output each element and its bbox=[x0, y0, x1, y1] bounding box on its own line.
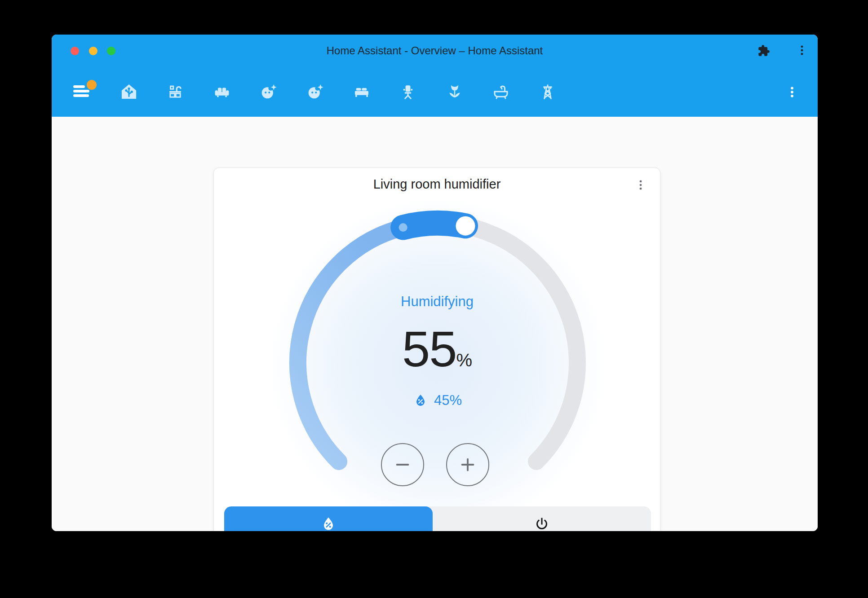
humidify-mode-button[interactable] bbox=[224, 506, 433, 531]
power-icon bbox=[534, 516, 550, 531]
tab-bathroom[interactable] bbox=[478, 67, 524, 117]
power-off-button[interactable] bbox=[433, 506, 651, 531]
notification-badge bbox=[87, 80, 97, 90]
plus-icon bbox=[457, 454, 478, 475]
current-humidity-value: 55% bbox=[325, 324, 549, 374]
humidifier-card: Living room humidifier Humidifying 55% bbox=[213, 167, 660, 531]
tab-bar bbox=[52, 67, 818, 117]
current-humidity-unit: % bbox=[456, 350, 473, 370]
slider-target-dot bbox=[399, 223, 407, 232]
tab-bedroom[interactable] bbox=[338, 67, 385, 117]
home-assistant-logo-icon bbox=[120, 83, 138, 101]
screen: Home Assistant - Overview – Home Assista… bbox=[0, 0, 868, 598]
card-menu-button[interactable] bbox=[630, 173, 651, 197]
tab-office[interactable] bbox=[385, 67, 431, 117]
puzzle-extension-icon[interactable] bbox=[757, 44, 770, 57]
tab-overflow-menu[interactable] bbox=[779, 67, 805, 117]
menu-icon bbox=[73, 85, 91, 99]
gauge-readout: Humidifying 55% 45% bbox=[325, 294, 549, 409]
dots-vertical-icon bbox=[785, 85, 799, 99]
tab-kid-room-1[interactable] bbox=[245, 67, 292, 117]
kitchen-countertop-icon bbox=[166, 83, 185, 101]
water-percent-icon bbox=[319, 515, 337, 531]
bathtub-icon bbox=[492, 83, 510, 101]
sofa-icon bbox=[213, 83, 231, 101]
tab-energy[interactable] bbox=[524, 67, 571, 117]
target-humidity-row: 45% bbox=[325, 392, 549, 409]
sidebar-menu-button[interactable] bbox=[59, 67, 106, 117]
tab-kitchen[interactable] bbox=[152, 67, 199, 117]
browser-menu-dots-icon[interactable] bbox=[796, 44, 808, 57]
tab-home[interactable] bbox=[106, 67, 152, 117]
decrease-humidity-button[interactable] bbox=[381, 443, 424, 486]
tab-garden[interactable] bbox=[431, 67, 478, 117]
tulip-icon bbox=[445, 83, 464, 101]
tab-living-room[interactable] bbox=[199, 67, 245, 117]
state-label: Humidifying bbox=[325, 294, 549, 310]
browser-window: Home Assistant - Overview – Home Assista… bbox=[52, 35, 818, 531]
mode-button-row bbox=[224, 506, 651, 531]
slider-handle[interactable] bbox=[456, 216, 475, 236]
bed-icon bbox=[352, 83, 371, 101]
window-title: Home Assistant - Overview – Home Assista… bbox=[52, 35, 818, 67]
window-titlebar: Home Assistant - Overview – Home Assista… bbox=[52, 35, 818, 67]
dashboard-view: Living room humidifier Humidifying 55% bbox=[52, 117, 818, 531]
increase-humidity-button[interactable] bbox=[446, 443, 489, 486]
tab-kid-room-2[interactable] bbox=[292, 67, 338, 117]
face-shimmer-icon bbox=[306, 83, 324, 101]
card-title: Living room humidifier bbox=[214, 177, 660, 192]
dots-vertical-icon bbox=[634, 178, 647, 192]
target-humidity-value: 45% bbox=[434, 392, 462, 409]
face-shimmer-icon bbox=[259, 83, 278, 101]
minus-icon bbox=[392, 454, 413, 475]
transmission-tower-icon bbox=[538, 83, 557, 101]
water-percent-icon bbox=[412, 392, 429, 409]
app-header: Home Assistant - Overview – Home Assista… bbox=[52, 35, 818, 117]
desk-chair-icon bbox=[399, 83, 417, 101]
